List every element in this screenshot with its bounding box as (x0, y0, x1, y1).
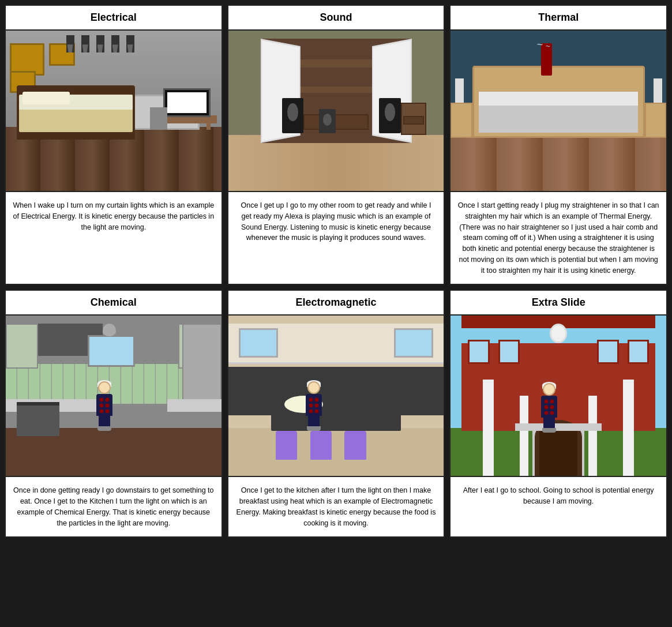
sound-speaker-left (282, 98, 303, 133)
char-body (96, 394, 112, 416)
title-electrical: Electrical (6, 6, 222, 31)
scene-extra (450, 316, 666, 477)
extra-door-inner (539, 426, 577, 476)
scene-thermal (450, 31, 666, 192)
char-feet-em (307, 426, 321, 431)
cell-electromagnetic: Electromagnetic Once I get to the (227, 290, 445, 538)
em-stool-1 (276, 431, 297, 460)
title-sound: Sound (228, 6, 444, 31)
sound-floor (228, 135, 444, 191)
char-feet (97, 426, 111, 431)
elec-monitor-screen (167, 92, 207, 113)
elec-lights (66, 35, 134, 52)
title-electromagnetic: Electromagnetic (228, 291, 444, 316)
storyboard-grid: Electrical (0, 0, 672, 551)
elec-light-2 (81, 35, 89, 52)
em-stool-2 (310, 431, 332, 460)
elec-blanket (19, 110, 133, 132)
em-island (271, 402, 400, 431)
elec-chair (150, 107, 167, 130)
extra-window-2 (628, 340, 649, 364)
elec-bed (17, 76, 136, 140)
thermal-floor (450, 135, 666, 191)
character-chemical (96, 380, 112, 431)
title-thermal: Thermal (450, 6, 666, 31)
text-extra: After I eat I go to school. Going to sch… (450, 477, 666, 536)
sound-ns-drawer (403, 116, 425, 125)
scene-electrical (6, 31, 222, 192)
text-thermal: Once I start getting ready I plug my str… (450, 192, 666, 284)
cell-chemical: Chemical Once in don (5, 290, 223, 538)
cell-electrical: Electrical (5, 5, 223, 285)
elec-light-3 (96, 35, 104, 52)
extra-window-4 (597, 340, 618, 364)
elec-monitor (163, 88, 211, 117)
char-feet-ex (542, 428, 556, 433)
thermal-headboard (474, 67, 643, 92)
cell-thermal: Thermal Once I start getting ready I plu… (449, 5, 667, 285)
extra-column-m1 (520, 396, 528, 476)
extra-column-m2 (588, 396, 597, 476)
char-head-ex (543, 383, 555, 396)
thermal-lamp-right (654, 78, 662, 103)
extra-window-1 (468, 340, 489, 364)
text-sound: Once I get up I go to my other room to g… (228, 192, 444, 284)
char-legs-em (308, 416, 320, 426)
em-stool-3 (344, 431, 366, 460)
em-floor (228, 428, 444, 476)
chem-counter-right (167, 399, 221, 412)
elec-light-5 (126, 35, 134, 52)
chem-stove-top (17, 402, 60, 406)
chem-stove (17, 404, 60, 436)
scene-electromagnetic (228, 316, 444, 477)
elec-desk-leg (207, 117, 211, 130)
thermal-blanket (479, 106, 637, 133)
char-legs (99, 416, 110, 426)
sound-nightstand (401, 103, 427, 135)
sound-speaker-dot-right (385, 103, 396, 121)
elec-light-4 (111, 35, 119, 52)
em-window-left (239, 328, 277, 357)
text-electromagnetic: Once I get to the kitchen after I turn t… (228, 477, 444, 536)
thermal-nightstand-left (450, 103, 472, 138)
char-head (98, 381, 111, 394)
chem-light (103, 324, 115, 336)
character-electromagnetic (306, 380, 322, 431)
sound-speaker-center (319, 109, 336, 133)
sound-speaker-dot-left (287, 103, 298, 121)
chem-window (88, 335, 135, 367)
sound-speaker-right (379, 98, 400, 133)
title-chemical: Chemical (6, 291, 222, 316)
extra-column-left (483, 380, 494, 476)
extra-steps (515, 423, 601, 431)
cell-sound: Sound Once I get up I go to my other r (227, 5, 445, 285)
thermal-steam (537, 39, 554, 55)
char-legs-ex (543, 418, 555, 428)
char-body-ex (541, 396, 557, 418)
thermal-lamp-left (455, 78, 464, 103)
chem-cabinet-left (6, 324, 38, 369)
scene-chemical (6, 316, 222, 477)
cell-extra: Extra Slide (449, 290, 667, 538)
title-extra: Extra Slide (450, 291, 666, 316)
extra-window-3 (498, 340, 520, 364)
thermal-bed-frame (472, 66, 645, 138)
text-chemical: Once in done getting ready I go downstai… (6, 477, 222, 536)
sound-drawer (303, 114, 368, 130)
sound-speaker-dot-center (323, 114, 332, 126)
char-body-em (306, 394, 322, 416)
thermal-nightstand-right (645, 103, 666, 138)
char-head-em (307, 381, 320, 394)
text-electrical: When I wake up I turn on my curtain ligh… (6, 192, 222, 284)
elec-light-1 (66, 35, 74, 52)
character-extra (541, 382, 557, 433)
scene-sound (228, 31, 444, 192)
extra-circle (550, 324, 567, 343)
elec-pillow (22, 92, 70, 104)
extra-column-right (623, 380, 634, 476)
em-window-right (394, 328, 433, 357)
